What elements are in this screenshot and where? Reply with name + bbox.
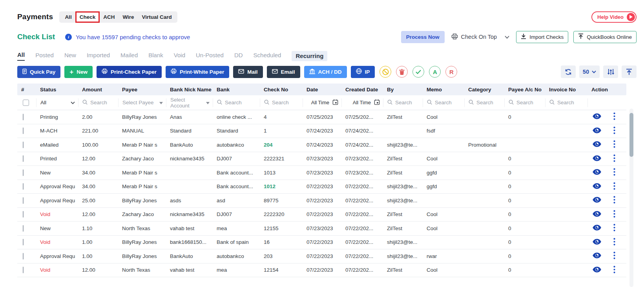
- status-filter-dropdown[interactable]: All: [36, 98, 78, 107]
- scroll-to-top-button[interactable]: [622, 65, 637, 78]
- view-check-button[interactable]: [593, 252, 601, 260]
- refresh-button[interactable]: [561, 65, 576, 78]
- import-checks-button[interactable]: Import Checks: [516, 31, 568, 43]
- row-checkbox[interactable]: [23, 183, 24, 190]
- status-tab-dd[interactable]: DD: [234, 52, 243, 60]
- checkbox[interactable]: [23, 100, 29, 106]
- column-header-payee-a-c-no[interactable]: Payee A/c No: [504, 87, 545, 93]
- reject-letter-button[interactable]: R: [445, 66, 457, 78]
- approve-check-button[interactable]: [412, 66, 424, 78]
- date-range-filter[interactable]: All Time: [303, 98, 341, 107]
- row-menu-button[interactable]: [613, 210, 615, 219]
- payment-tab-all[interactable]: All: [61, 12, 75, 22]
- view-check-button[interactable]: [593, 113, 601, 120]
- status-tab-scheduled[interactable]: Scheduled: [254, 52, 281, 60]
- view-check-button[interactable]: [593, 127, 601, 134]
- row-checkbox[interactable]: [23, 225, 24, 232]
- column-header-check-no[interactable]: Check No: [260, 87, 303, 93]
- cancel-block-button[interactable]: [379, 66, 391, 78]
- column-header-created-date[interactable]: Created Date: [341, 87, 383, 93]
- row-menu-button[interactable]: [613, 224, 615, 233]
- view-check-button[interactable]: [593, 169, 601, 176]
- status-tab-recurring[interactable]: Recurring: [292, 51, 327, 61]
- amount-search-input[interactable]: Search: [78, 98, 118, 107]
- row-checkbox[interactable]: [23, 155, 24, 162]
- help-video-button[interactable]: Help Video: [591, 11, 637, 23]
- column-header-category[interactable]: Category: [464, 87, 504, 93]
- view-check-button[interactable]: [593, 239, 601, 246]
- process-now-button[interactable]: Process Now: [401, 31, 445, 43]
- new-button[interactable]: + New: [64, 66, 93, 78]
- created-date-range-filter[interactable]: All Time: [341, 98, 383, 107]
- column-header-date[interactable]: Date: [303, 87, 341, 93]
- row-checkbox[interactable]: [23, 142, 24, 148]
- row-checkbox[interactable]: [23, 169, 24, 176]
- row-menu-button[interactable]: [613, 252, 615, 260]
- row-menu-button[interactable]: [613, 168, 615, 177]
- payee-ac-no-search-input[interactable]: Search: [504, 98, 545, 107]
- row-checkbox[interactable]: [23, 211, 24, 218]
- approve-letter-button[interactable]: A: [429, 66, 441, 78]
- ip-button[interactable]: IP: [351, 66, 375, 78]
- quick-pay-button[interactable]: Quick Pay: [17, 66, 60, 78]
- row-menu-button[interactable]: [613, 140, 615, 149]
- row-menu-button[interactable]: [613, 196, 615, 205]
- column-header-bank[interactable]: Bank: [213, 87, 260, 93]
- row-menu-button[interactable]: [613, 266, 615, 274]
- row-checkbox[interactable]: [23, 197, 24, 204]
- check-on-top-dropdown[interactable]: Check On Top: [450, 33, 511, 41]
- status-tab-imported[interactable]: Imported: [87, 52, 110, 60]
- view-check-button[interactable]: [593, 211, 601, 218]
- page-size-select[interactable]: 50: [579, 65, 600, 78]
- column-header-amount[interactable]: Amount: [78, 87, 118, 93]
- row-checkbox[interactable]: [23, 127, 24, 134]
- row-menu-button[interactable]: [613, 127, 615, 135]
- category-search-input[interactable]: Search: [464, 98, 504, 107]
- status-tab-un-posted[interactable]: Un-Posted: [196, 52, 224, 60]
- view-check-button[interactable]: [593, 155, 601, 162]
- view-check-button[interactable]: [593, 183, 601, 190]
- bank-search-input[interactable]: Search: [213, 98, 260, 107]
- row-menu-button[interactable]: [613, 238, 615, 247]
- view-check-button[interactable]: [593, 197, 601, 204]
- by-search-input[interactable]: Search: [383, 98, 423, 107]
- view-check-button[interactable]: [593, 225, 601, 232]
- status-tab-posted[interactable]: Posted: [35, 52, 54, 60]
- payment-tab-check[interactable]: Check: [76, 12, 99, 22]
- column-header-memo[interactable]: Memo: [423, 87, 464, 93]
- payment-tab-wire[interactable]: Wire: [119, 12, 137, 22]
- row-menu-button[interactable]: [613, 113, 615, 121]
- column-header-bank-nick-name[interactable]: Bank Nick Name: [166, 87, 213, 93]
- email-button[interactable]: Email: [267, 66, 300, 78]
- row-checkbox[interactable]: [23, 267, 24, 273]
- print-white-paper-button[interactable]: Print-White Paper: [166, 66, 229, 78]
- row-checkbox[interactable]: [23, 253, 24, 260]
- column-header-payee[interactable]: Payee: [118, 87, 166, 93]
- status-tab-mailed[interactable]: Mailed: [120, 52, 138, 60]
- account-select[interactable]: Select Account: [166, 98, 213, 107]
- column-header-action[interactable]: Action: [587, 87, 626, 93]
- scrollbar-thumb[interactable]: [629, 113, 633, 157]
- row-menu-button[interactable]: [613, 154, 615, 163]
- check-no-search-input[interactable]: Search: [260, 98, 303, 107]
- memo-search-input[interactable]: Search: [423, 98, 464, 107]
- status-tab-void[interactable]: Void: [174, 52, 185, 60]
- mail-button[interactable]: Mail: [233, 66, 263, 78]
- column-header-invoice-no[interactable]: Invoice No: [545, 87, 587, 93]
- invoice-no-search-input[interactable]: Search: [545, 98, 587, 107]
- row-menu-button[interactable]: [613, 182, 615, 191]
- payee-select[interactable]: Select Payee: [118, 98, 166, 107]
- select-all-checkbox[interactable]: [17, 98, 36, 107]
- row-checkbox[interactable]: [23, 239, 24, 245]
- ach-dd-button[interactable]: ACH / DD: [304, 66, 347, 78]
- column-filter-button[interactable]: [603, 65, 618, 78]
- view-check-button[interactable]: [593, 267, 601, 274]
- column-header-status[interactable]: Status: [36, 87, 78, 93]
- print-check-paper-button[interactable]: Print-Check Paper: [97, 66, 162, 78]
- column-header-by[interactable]: By: [383, 87, 423, 93]
- quickbooks-online-button[interactable]: QuickBooks Online: [573, 31, 637, 43]
- status-tab-all[interactable]: All: [17, 51, 25, 61]
- row-checkbox[interactable]: [23, 114, 24, 120]
- column-header-index[interactable]: #: [17, 87, 36, 93]
- pending-approval-notice[interactable]: You have 15597 pending checks to approve: [76, 34, 190, 40]
